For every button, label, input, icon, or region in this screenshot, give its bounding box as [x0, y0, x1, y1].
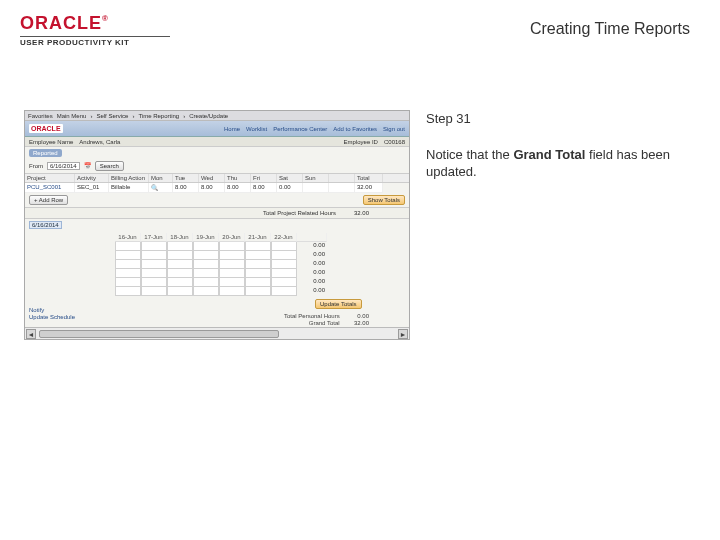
brand-tm: ® — [102, 14, 108, 23]
activity-cell[interactable]: SEC_01 — [75, 183, 109, 193]
week-date-chip[interactable]: 6/16/2014 — [29, 221, 62, 229]
step-label: Step 31 — [426, 110, 700, 128]
search-button[interactable]: Search — [95, 161, 124, 171]
empid-value: C00168 — [384, 139, 405, 144]
employee-info-row: Employee Name Andrews, Carla Employee ID… — [25, 137, 409, 147]
crumb[interactable]: Main Menu — [57, 113, 87, 119]
project-hours-total-bar: Total Project Related Hours 32.00 — [25, 207, 409, 219]
from-date-input[interactable]: 6/16/2014 — [47, 162, 80, 170]
mini-oracle-logo: ORACLE — [29, 124, 63, 133]
table-row: 0.00 — [115, 278, 409, 287]
nav-perf[interactable]: Performance Center — [273, 126, 327, 132]
app-brand-bar: ORACLE Home Worklist Performance Center … — [25, 121, 409, 137]
total-personal-label: Total Personal Hours — [284, 313, 340, 319]
logo-divider — [20, 36, 170, 37]
table-row: 0.00 — [115, 251, 409, 260]
app-screenshot: Favorites Main Menu › Self Service › Tim… — [24, 110, 410, 340]
show-totals-button[interactable]: Show Totals — [363, 195, 405, 205]
oracle-upk-logo: ORACLE® USER PRODUCTIVITY KIT — [20, 14, 170, 47]
global-nav: Home Worklist Performance Center Add to … — [224, 126, 405, 132]
table-row: 0.00 — [115, 260, 409, 269]
summary-totals: Total Personal Hours 0.00 Grand Total 32… — [25, 313, 409, 326]
timesheet-row: PCU_SC001 SEC_01 Billable 🔍 8.00 8.00 8.… — [25, 183, 409, 193]
brand-sub: USER PRODUCTIVITY KIT — [20, 39, 170, 47]
horizontal-scrollbar[interactable]: ◄ ► — [25, 327, 409, 339]
hours-cell[interactable]: 8.00 — [199, 183, 225, 193]
doc-title: Creating Time Reports — [530, 20, 690, 38]
table-row: 0.00 — [115, 242, 409, 251]
add-row-button[interactable]: + Add Row — [29, 195, 68, 205]
notify-link[interactable]: Notify — [29, 307, 75, 313]
update-schedule-link[interactable]: Update Schedule — [29, 314, 75, 320]
nav-home[interactable]: Home — [224, 126, 240, 132]
footer-links: Notify Update Schedule — [29, 307, 75, 321]
timesheet-header: Project Activity Billing Action Mon Tue … — [25, 173, 409, 183]
hours-cell[interactable]: 8.00 — [173, 183, 199, 193]
crumb[interactable]: Self Service — [96, 113, 128, 119]
hours-cell[interactable]: 8.00 — [225, 183, 251, 193]
emp-name-value: Andrews, Carla — [79, 139, 120, 144]
crumb[interactable]: Create/Update — [189, 113, 228, 119]
nav-signout[interactable]: Sign out — [383, 126, 405, 132]
grand-total-label: Grand Total — [309, 320, 340, 326]
hours-cell[interactable] — [303, 183, 329, 193]
emp-name-label: Employee Name — [29, 139, 73, 144]
crumb[interactable]: Favorites — [28, 113, 53, 119]
billing-cell[interactable]: Billable — [109, 183, 149, 193]
hours-cell[interactable] — [329, 183, 355, 193]
scrollbar-thumb[interactable] — [39, 330, 279, 338]
empid-label: Employee ID — [344, 139, 378, 144]
update-totals-button[interactable]: Update Totals — [315, 299, 362, 309]
brand-main: ORACLE — [20, 13, 102, 33]
calendar-icon[interactable]: 📅 — [84, 163, 91, 169]
total-project-label: Total Project Related Hours — [263, 210, 336, 216]
breadcrumb-bar: Favorites Main Menu › Self Service › Tim… — [25, 111, 409, 121]
scroll-right-icon[interactable]: ► — [398, 329, 408, 339]
row-total: 32.00 — [355, 183, 383, 193]
nav-worklist[interactable]: Worklist — [246, 126, 267, 132]
nav-fav[interactable]: Add to Favorites — [333, 126, 377, 132]
project-link[interactable]: PCU_SC001 — [25, 183, 75, 193]
from-label: From — [29, 163, 43, 169]
grand-total-value: 32.00 — [343, 320, 369, 326]
lookup-icon[interactable]: 🔍 — [149, 183, 173, 193]
grand-total-emphasis: Grand Total — [513, 147, 585, 162]
instruction-text: Notice that the Grand Total field has be… — [426, 146, 700, 181]
crumb[interactable]: Time Reporting — [138, 113, 179, 119]
table-row: 0.00 — [115, 269, 409, 278]
hours-cell[interactable]: 0.00 — [277, 183, 303, 193]
total-project-value: 32.00 — [354, 210, 369, 216]
scroll-left-icon[interactable]: ◄ — [26, 329, 36, 339]
total-personal-value: 0.00 — [343, 313, 369, 319]
hours-cell[interactable]: 8.00 — [251, 183, 277, 193]
table-row: 0.00 — [115, 287, 409, 296]
lower-grid: 16-Jun 17-Jun 18-Jun 19-Jun 20-Jun 21-Ju… — [25, 231, 409, 309]
tab-reported[interactable]: Reported — [29, 149, 62, 157]
